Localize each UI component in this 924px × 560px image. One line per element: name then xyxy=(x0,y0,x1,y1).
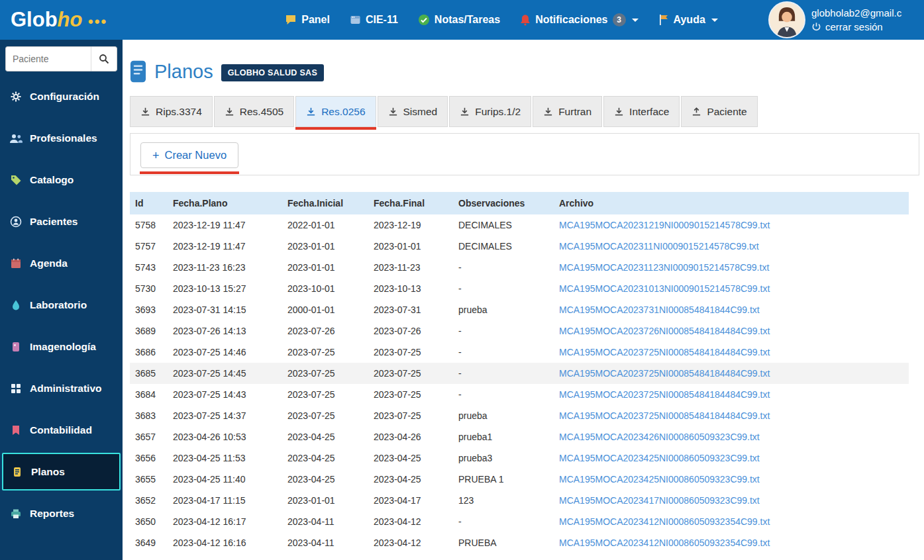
nav-notificaciones[interactable]: Notificaciones 3 xyxy=(520,13,638,26)
archivo-link[interactable]: MCA195MOCA2023731NI000854841844C99.txt xyxy=(559,304,760,315)
nav-cie11-label: CIE-11 xyxy=(366,14,398,26)
nav-panel[interactable]: Panel xyxy=(285,14,330,26)
tab-res-4505[interactable]: Res.4505 xyxy=(214,96,294,127)
create-new-button[interactable]: + Crear Nuevo xyxy=(140,142,238,168)
archivo-link[interactable]: MCA195MOCA20231013NI0009015214578C99.txt xyxy=(559,283,770,294)
cell-observaciones: PRUEBA 1 xyxy=(453,469,554,490)
tab-furtran[interactable]: Furtran xyxy=(533,96,602,127)
sidebar-item-pacientes[interactable]: Pacientes xyxy=(0,201,123,242)
page-header: Planos GLOBHO SALUD SAS xyxy=(130,58,924,85)
create-new-label: Crear Nuevo xyxy=(165,149,227,162)
table-row: 3686 2023-07-25 14:46 2023-07-25 2023-07… xyxy=(130,342,909,363)
cell-fecha-plano: 2023-10-13 15:27 xyxy=(168,278,282,299)
cell-archivo: MCA195MOCA2023725NI00085484184484C99.txt xyxy=(554,363,909,384)
table-row: 5743 2023-11-23 16:23 2023-01-01 2023-11… xyxy=(130,257,909,278)
cell-archivo: MCA195MOCA2023417NI000860509323C99.txt xyxy=(554,490,909,511)
download-icon xyxy=(225,107,234,117)
archivo-link[interactable]: MCA195MOCA2023426NI000860509323C99.txt xyxy=(559,432,760,442)
sidebar-item-label: Agenda xyxy=(30,257,68,269)
chevron-down-icon xyxy=(632,19,639,22)
upload-icon xyxy=(692,107,701,117)
sidebar-item-imagenologia[interactable]: Imagenología xyxy=(0,326,123,367)
archivo-link[interactable]: MCA195MOCA2023412NI00086050932354C99.txt xyxy=(559,537,770,548)
sidebar-item-agenda[interactable]: Agenda xyxy=(0,242,123,284)
cell-fecha-inicial: 2023-07-25 xyxy=(282,384,368,405)
archivo-link[interactable]: MCA195MOCA2023725NI00085484184484C99.txt xyxy=(559,389,770,400)
sidebar-item-configuracion[interactable]: Configuración xyxy=(0,75,123,117)
archivo-link[interactable]: MCA195MOCA202311NI0009015214578C99.txt xyxy=(559,241,759,252)
table-row: 3657 2023-04-26 10:53 2023-04-25 2023-04… xyxy=(130,426,909,447)
cell-observaciones: prueba3 xyxy=(453,447,554,469)
cell-fecha-inicial: 2000-01-01 xyxy=(282,299,368,320)
sidebar-item-laboratorio[interactable]: Laboratorio xyxy=(0,284,123,326)
nav-ayuda[interactable]: Ayuda xyxy=(658,14,718,26)
logo-text-accent: ho xyxy=(58,8,83,31)
user-avatar[interactable] xyxy=(768,1,805,38)
cell-archivo: MCA195MOCA2023412NI00086050932354C99.txt xyxy=(554,532,909,553)
archivo-link[interactable]: MCA195MOCA20231219NI0009015214578C99.txt xyxy=(559,220,770,230)
check-circle-icon xyxy=(418,14,430,26)
user-text-block: globholab2@gmail.c cerrar sesión xyxy=(811,7,901,32)
tab-furips-1-2[interactable]: Furips.1/2 xyxy=(449,96,531,127)
globho-logo[interactable]: Globho ••• xyxy=(11,8,107,32)
cell-id: 5757 xyxy=(130,236,168,257)
archivo-link[interactable]: MCA195MOCA2023412NI00086050932354C99.txt xyxy=(559,516,770,527)
sidebar-item-label: Profesionales xyxy=(30,132,97,144)
sidebar-item-profesionales[interactable]: Profesionales xyxy=(0,117,123,159)
archivo-link[interactable]: MCA195MOCA2023725NI00085484184484C99.txt xyxy=(559,347,770,357)
patient-search-button[interactable] xyxy=(91,46,117,71)
user-area: globholab2@gmail.c cerrar sesión xyxy=(768,0,901,40)
archivo-link[interactable]: MCA195MOCA2023725NI00085484184484C99.txt xyxy=(559,410,770,421)
archivo-link[interactable]: MCA195MOCA2023425NI000860509323C99.txt xyxy=(559,474,760,485)
chat-bubble-icon xyxy=(285,15,297,25)
nav-cie11[interactable]: CIE-11 xyxy=(350,14,398,26)
cell-id: 3657 xyxy=(130,426,168,447)
bell-icon xyxy=(520,14,531,26)
cell-fecha-inicial: 2022-01-01 xyxy=(282,214,368,236)
sidebar-item-catalogo[interactable]: Catalogo xyxy=(0,159,123,201)
nav-notas-tareas-label: Notas/Tareas xyxy=(435,14,500,26)
tab-res-0256[interactable]: Res.0256 xyxy=(295,96,376,127)
cell-observaciones: - xyxy=(453,363,554,384)
download-icon xyxy=(614,107,624,117)
archivo-link[interactable]: MCA195MOCA2023417NI000860509323C99.txt xyxy=(559,495,760,506)
download-icon xyxy=(543,107,553,117)
tab-paciente[interactable]: Paciente xyxy=(681,96,757,127)
archivo-link[interactable]: MCA195MOCA20231123NI0009015214578C99.txt xyxy=(559,262,769,273)
cell-fecha-inicial: 2023-04-11 xyxy=(282,511,368,532)
logout-button[interactable]: cerrar sesión xyxy=(811,21,901,32)
cell-fecha-plano: 2023-11-23 16:23 xyxy=(168,257,282,278)
table-row: 3650 2023-04-12 16:17 2023-04-11 2023-04… xyxy=(130,511,909,532)
table-header: Id Fecha.Plano Fecha.Inicial Fecha.Final… xyxy=(130,192,909,214)
column-header-archivo: Archivo xyxy=(554,192,909,214)
cell-fecha-final: 2023-04-17 xyxy=(368,490,453,511)
sidebar-item-contabilidad[interactable]: Contabilidad xyxy=(0,409,123,451)
cell-id: 3686 xyxy=(130,342,168,363)
gear-icon xyxy=(9,91,23,103)
tab-sismed[interactable]: Sismed xyxy=(378,96,448,127)
sidebar-item-planos[interactable]: Planos xyxy=(2,453,121,490)
archivo-link[interactable]: MCA195MOCA2023726NI00085484184484C99.txt xyxy=(559,326,770,336)
cell-fecha-final: 2023-04-26 xyxy=(368,426,453,447)
archivo-link[interactable]: MCA195MOCA2023725NI00085484184484C99.txt xyxy=(559,368,770,379)
sidebar: Configuración Profesionales Catalogo Pac… xyxy=(0,40,123,560)
patient-search xyxy=(5,46,117,71)
tab-label: Furips.1/2 xyxy=(475,106,521,118)
sidebar-menu: Configuración Profesionales Catalogo Pac… xyxy=(0,75,123,534)
tab-interface[interactable]: Interface xyxy=(603,96,680,127)
sidebar-item-label: Contabilidad xyxy=(30,424,92,436)
cell-fecha-plano: 2023-04-12 16:16 xyxy=(168,532,282,553)
cell-fecha-plano: 2023-12-19 11:47 xyxy=(168,236,282,257)
top-navbar: Globho ••• Panel CIE-11 Notas/Tareas N xyxy=(0,0,924,40)
sidebar-item-reportes[interactable]: Reportes xyxy=(0,492,123,534)
main-content: Planos GLOBHO SALUD SAS Rips.3374 Res.45… xyxy=(123,40,924,560)
patient-search-input[interactable] xyxy=(5,46,91,71)
download-icon xyxy=(460,107,470,117)
nav-notas-tareas[interactable]: Notas/Tareas xyxy=(418,14,500,26)
cell-archivo: MCA195MOCA2023425NI000860509323C99.txt xyxy=(554,469,909,490)
tab-label: Res.0256 xyxy=(321,106,365,118)
table-row: 5758 2023-12-19 11:47 2022-01-01 2023-12… xyxy=(130,214,909,236)
sidebar-item-administrativo[interactable]: Administrativo xyxy=(0,367,123,409)
tab-rips-3374[interactable]: Rips.3374 xyxy=(130,96,213,127)
archivo-link[interactable]: MCA195MOCA2023425NI000860509323C99.txt xyxy=(559,453,760,463)
